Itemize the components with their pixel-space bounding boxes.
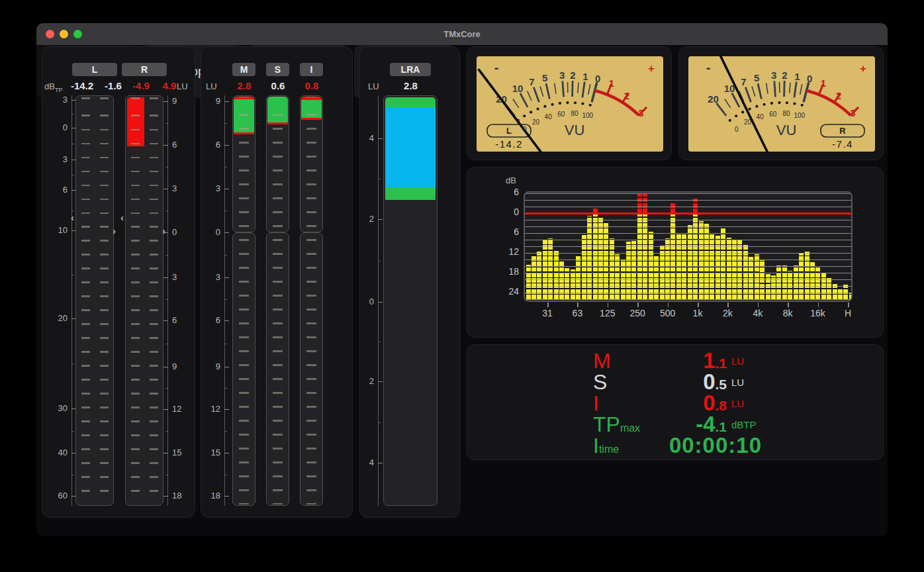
- axis-minor-tick: [378, 179, 381, 179]
- momentary-value: 2.8: [228, 80, 261, 92]
- momentary-stat-row: M 1.1 LU: [467, 350, 883, 371]
- lra-band-green-bottom: [385, 187, 436, 200]
- axis-minor-tick: [71, 114, 74, 115]
- axis-minor-tick: [378, 261, 381, 262]
- vu-minor-tick: [578, 83, 578, 93]
- loudness-meters-panel: M S I LU 2.8 0.6 0.8 9630369121518: [201, 46, 353, 518]
- spectrum-y-tick-label: 6: [502, 226, 519, 237]
- axis-label: 0: [351, 297, 374, 307]
- spectrum-x-tick: [577, 303, 578, 307]
- axis-minor-tick: [224, 299, 227, 300]
- meter-bars: [267, 97, 288, 504]
- tick-dashes: [100, 97, 109, 504]
- vu-red-label: 1: [609, 77, 614, 89]
- vu-sub-label: 100: [794, 112, 806, 119]
- axis-label: 20: [45, 313, 68, 324]
- axis-minor-tick: [165, 167, 168, 167]
- vu-sub-dot: [729, 119, 731, 122]
- vu-scale-label: 7: [741, 76, 746, 87]
- peak-hold-marker: ‹: [71, 215, 74, 221]
- axis-label: 6: [45, 185, 68, 195]
- meter-bars: [127, 97, 162, 504]
- stat-unit: dBTP: [731, 419, 757, 430]
- axis-label: 2: [351, 376, 374, 387]
- integrated-meter: [300, 95, 323, 506]
- axis-label: 6: [172, 315, 195, 326]
- vu-red-label: 2: [624, 90, 629, 101]
- axis-tick: [224, 409, 229, 410]
- vu-sub-label: 40: [545, 113, 553, 120]
- vu-sub-label: 60: [557, 111, 565, 118]
- vu-scale-label: 20: [708, 93, 719, 105]
- tick-dashes: [273, 97, 283, 504]
- vu-sub-label: 40: [757, 113, 764, 120]
- right-true-peak-value: -4.9: [127, 80, 155, 92]
- vu-channel-letter: R: [839, 126, 846, 136]
- spectrum-x-tick: [608, 303, 609, 307]
- loudness-band-green: [267, 97, 288, 122]
- stat-unit: LU: [731, 398, 744, 409]
- zero-reference-line: [234, 132, 254, 134]
- axis-label: 12: [198, 404, 220, 414]
- vu-tick: [546, 83, 549, 99]
- vu-scale-label: 3: [559, 70, 565, 81]
- vu-meter-left: 2010753210123020406080100-+VUL-14.2: [477, 56, 663, 152]
- loudness-band-green: [234, 99, 254, 132]
- meter-bars: [301, 97, 322, 504]
- lra-value: 2.8: [396, 80, 426, 92]
- vu-tick: [520, 93, 528, 107]
- vu-scale-label: 5: [542, 72, 547, 83]
- axis-label: 6: [172, 140, 195, 150]
- axis-minor-tick: [224, 431, 227, 432]
- axis-tick: [163, 145, 168, 146]
- axis-tick: [163, 409, 168, 410]
- spectrum-x-tick-label: 4k: [745, 308, 771, 318]
- axis-tick: [163, 367, 168, 367]
- axis-minor-tick: [224, 388, 227, 389]
- axis-label: 6: [198, 315, 220, 326]
- loudness-stats-panel: M 1.1 LU S 0.5 LU I 0.8 LU TPmax -4.1: [467, 344, 884, 460]
- vu-tick: [716, 103, 726, 116]
- axis-label: 3: [45, 154, 68, 165]
- axis-tick: [163, 189, 168, 189]
- vu-sub-dot: [551, 103, 553, 106]
- axis-label: 10: [45, 225, 68, 236]
- app-window: TMxCore L R dBTP -14.2 -1.6 -4.9 4.9 LU …: [36, 23, 888, 536]
- tick-dashes: [306, 97, 316, 504]
- spectrum-zero-line: [525, 213, 851, 215]
- axis-tick: [163, 453, 168, 453]
- main-content: L R dBTP -14.2 -1.6 -4.9 4.9 LU 30361020…: [36, 45, 888, 536]
- axis-minor-tick: [71, 175, 74, 175]
- tick-dashes: [150, 97, 158, 504]
- meter-well: [125, 95, 163, 506]
- vu-sub-dot: [762, 103, 765, 106]
- spectrum-x-tick-label: 63: [564, 308, 590, 318]
- loudness-band-green: [301, 100, 322, 118]
- spectrum-x-tick: [727, 303, 729, 307]
- axis-label: 15: [172, 448, 195, 458]
- zero-reference-line: [267, 122, 288, 124]
- axis-tick: [224, 189, 229, 189]
- stat-unit: LU: [731, 377, 744, 388]
- axis-minor-tick: [224, 123, 227, 124]
- spectrum-x-tick: [848, 303, 849, 307]
- vu-tick: [573, 81, 573, 97]
- vu-sub-dot: [755, 105, 758, 108]
- vu-tick: [732, 93, 739, 107]
- lu-scale-axis: 9630369121518: [167, 95, 168, 506]
- vu-sub-dot: [530, 111, 532, 113]
- axis-tick: [224, 367, 229, 367]
- axis-label: 9: [172, 361, 195, 372]
- axis-tick: [378, 463, 383, 463]
- vu-sub-dot: [537, 107, 539, 110]
- meter-well: [75, 95, 114, 506]
- spectrum-x-tick: [788, 303, 789, 307]
- titlebar[interactable]: TMxCore: [36, 23, 888, 45]
- axis-label: 3: [198, 272, 220, 283]
- vu-minor-tick: [725, 99, 731, 107]
- spectrum-x-tick: [758, 303, 759, 307]
- axis-label: 0: [45, 122, 68, 133]
- axis-label: 60: [45, 491, 68, 501]
- vu-tick: [784, 81, 785, 97]
- axis-label: 3: [45, 95, 68, 105]
